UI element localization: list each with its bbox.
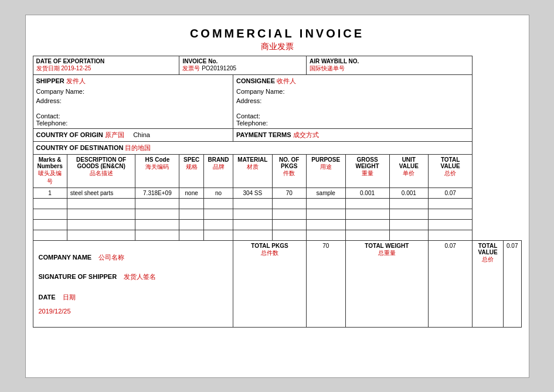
sig-label-cn: 发货人签名: [124, 273, 156, 280]
table-row: 1 steel sheet parts 7.318E+09 none no 30…: [33, 188, 521, 198]
consignee-label-cn: 收件人: [277, 77, 296, 84]
table-row: [33, 219, 521, 230]
sig-label-en: SIGNATURE OF SHIPPER: [39, 273, 117, 280]
table-row: [33, 230, 521, 240]
col-desc-cn: 品名描述: [70, 169, 132, 178]
col-material-en: MATERIAL: [236, 156, 269, 163]
row1-purpose: sample: [306, 188, 345, 198]
country-dest-label-cn: 目的地国: [125, 144, 151, 151]
table-row: [33, 209, 521, 219]
date-value: 2019/12/25: [39, 308, 71, 315]
consignee-label-en: CONSIGNEE: [236, 77, 275, 84]
total-weight-label-cn: 总重量: [349, 249, 426, 257]
country-origin-label-en: COUNTRY OF ORIGIN: [36, 131, 103, 138]
col-unitval-cn: 单价: [393, 169, 426, 178]
exportation-label-cn: 发货日期: [36, 65, 60, 71]
invoice-title-cn: 商业发票: [33, 42, 522, 56]
col-material-cn: 材质: [236, 163, 269, 171]
invoice-title-en: COMMERCIAL INVOICE: [33, 22, 522, 42]
col-marks-cn: 唛头及编号: [36, 169, 64, 186]
row1-desc: steel sheet parts: [67, 188, 135, 198]
country-origin-value: China: [133, 131, 150, 138]
invoice-label-en: INVOICE No.: [182, 58, 217, 64]
date-label-en: DATE: [39, 294, 56, 301]
company-label-cn: 公司名称: [98, 254, 124, 261]
consignee-address: Address:: [236, 97, 469, 104]
col-brand-en: BRAND: [207, 156, 230, 163]
consignee-company: Company Name:: [236, 88, 469, 95]
exportation-label-en: DATE OF EXPORTATION: [36, 58, 105, 64]
row1-pkgs: 70: [272, 188, 306, 198]
col-weight-cn: 重量: [349, 169, 386, 178]
payment-label-cn: 成交方式: [293, 131, 319, 138]
col-hs-en: HS Code: [138, 156, 176, 163]
row1-weight: 0.001: [345, 188, 389, 198]
row1-material: 304 SS: [233, 188, 272, 198]
total-weight-value: 0.07: [429, 240, 473, 327]
airwaybill-label-cn: 国际快递单号: [310, 65, 345, 71]
shipper-contact: Contact:: [36, 113, 230, 120]
shipper-telephone: Telephone:: [36, 120, 230, 127]
col-totalval-en: TOTAL VALUE: [431, 156, 469, 169]
payment-label-en: PAYMENT TERMS: [236, 131, 291, 138]
country-origin-label-cn: 原产国: [105, 131, 124, 138]
table-row: [33, 198, 521, 209]
row1-spec: none: [179, 188, 204, 198]
col-hs-cn: 海关编码: [138, 163, 176, 171]
total-value-label-cn: 总价: [475, 255, 500, 264]
col-marks-en: Marks & Numbers: [36, 156, 64, 169]
col-spec-en: SPEC: [182, 156, 200, 163]
row1-totalval: 0.07: [429, 188, 473, 198]
total-pkgs-label-en: TOTAL PKGS: [236, 243, 303, 249]
col-pkgs-en: NO. OF PKGS: [276, 156, 303, 169]
col-weight-en: GROSS WEIGHT: [349, 156, 386, 169]
row1-hs: 7.318E+09: [135, 188, 179, 198]
total-pkgs-label-cn: 总件数: [236, 249, 303, 257]
invoice-value: PO20191205: [202, 65, 236, 71]
shipper-label-cn: 发件人: [66, 77, 86, 84]
row1-marks: 1: [33, 188, 67, 198]
total-value-value: 0.07: [504, 240, 521, 327]
total-pkgs-value: 70: [306, 240, 345, 327]
consignee-telephone: Telephone:: [236, 120, 469, 127]
row1-unitval: 0.001: [389, 188, 429, 198]
row1-brand: no: [204, 188, 233, 198]
total-weight-label-en: TOTAL WEIGHT: [349, 243, 426, 249]
airwaybill-label-en: AIR WAYBILL NO.: [310, 58, 359, 64]
signature-area: COMPANY NAME 公司名称 SIGNATURE OF SHIPPER 发…: [33, 240, 233, 327]
col-spec-cn: 规格: [182, 163, 200, 171]
col-desc-en: DESCRIPTION OF GOODS (EN&CN): [70, 156, 132, 169]
total-value-label-en: TOTAL VALUE: [475, 243, 500, 255]
col-purpose-cn: 用途: [310, 163, 342, 171]
shipper-label-en: SHIPPER: [36, 77, 64, 84]
consignee-contact: Contact:: [236, 113, 469, 120]
invoice-label-cn: 发票号: [182, 65, 200, 71]
col-purpose-en: PURPOSE: [310, 156, 342, 163]
company-label-en: COMPANY NAME: [39, 254, 92, 261]
invoice-page: COMMERCIAL INVOICE 商业发票 DATE OF EXPORTAT…: [25, 15, 529, 378]
col-totalval-cn: 总价: [431, 169, 469, 178]
col-brand-cn: 品牌: [207, 163, 230, 171]
country-dest-label-en: COUNTRY OF DESTINATION: [36, 144, 124, 151]
exportation-value: 2019-12-25: [61, 65, 91, 71]
shipper-address: Address:: [36, 97, 230, 104]
col-unitval-en: UNIT VALUE: [393, 156, 426, 169]
shipper-company: Company Name:: [36, 88, 230, 95]
date-label-cn: 日期: [63, 294, 76, 301]
col-pkgs-cn: 件数: [276, 169, 303, 178]
